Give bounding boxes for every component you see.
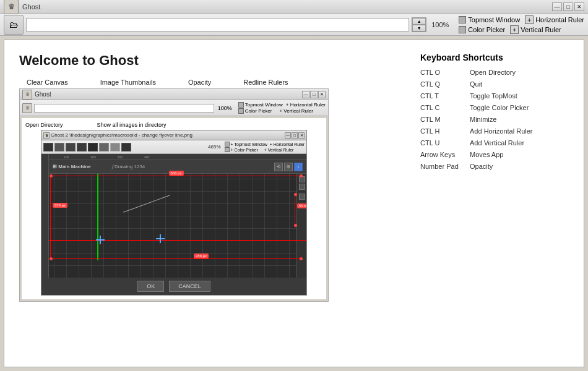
- is-toolbar: 465% + Topmost Window + Horizontal Ruler…: [41, 140, 306, 154]
- vertical-ruler-option[interactable]: + Vertical Ruler: [510, 25, 561, 34]
- meas-dot-bl: [50, 257, 53, 260]
- grid-area: 100 200 300 400 ⊞ Main Machine 𝑓 Drawing…: [41, 154, 306, 278]
- shortcut-desc-ctl-u: Add Vertical Ruler: [470, 139, 524, 147]
- path-input[interactable]: [26, 18, 409, 32]
- color-picker-label: Color Picker: [468, 26, 505, 33]
- is-min: —: [285, 132, 291, 139]
- crosshair-left: [96, 236, 105, 244]
- shortcut-key-ctl-t: CTL T: [420, 92, 470, 100]
- shortcut-ctl-h: CTL H Add Horizontal Ruler: [420, 127, 569, 135]
- color-picker-option[interactable]: Color Picker: [459, 26, 505, 33]
- action-icon-2: ⊞: [284, 163, 293, 171]
- toolbar-options: Topmost Window + Horizontal Ruler Color …: [459, 15, 584, 34]
- zoom-up-button[interactable]: ▲: [412, 18, 426, 25]
- shortcut-ctl-t: CTL T Toggle TopMost: [420, 92, 569, 100]
- thumb-6: [99, 143, 109, 151]
- ss-topmost: Topmost Window + Horizontal Ruler: [238, 102, 326, 108]
- meas-dot-rs-t: [294, 193, 297, 196]
- ann-redline-rulers: Redline Rulers: [243, 79, 288, 86]
- vertical-ruler-label: Vertical Ruler: [521, 26, 561, 33]
- screenshot-ghost-window: ♛ Ghost — □ ✕ ♛ 100% Topmost Window + Ho…: [19, 88, 329, 302]
- shortcuts-title: Keyboard Shortcuts: [420, 53, 569, 62]
- shortcut-key-ctl-c: CTL C: [420, 104, 470, 111]
- action-icon-3: ↕: [294, 163, 303, 171]
- main-toolbar: 🗁 ▲ ▼ 100% Topmost Window + Horizontal R…: [0, 14, 588, 36]
- is-rest: □: [292, 132, 298, 139]
- ss-vrule-label: + Vertical Ruler: [279, 108, 313, 114]
- shortcut-desc-ctl-o: Open Directory: [470, 69, 516, 76]
- meas-dot-rs-b: [294, 224, 297, 227]
- shortcut-key-ctl-m: CTL M: [420, 116, 470, 123]
- meas-v-right: 55 cm: [295, 194, 295, 225]
- close-button[interactable]: ✕: [574, 2, 584, 11]
- zoom-label: 100%: [429, 21, 451, 28]
- minimize-button[interactable]: —: [552, 2, 562, 11]
- right-panel: Keyboard Shortcuts CTL O Open Directory …: [420, 53, 569, 354]
- horizontal-ruler-label: Horizontal Ruler: [535, 16, 584, 23]
- vertical-ruler-plus[interactable]: +: [510, 25, 519, 34]
- is-colorpicker: + Color Picker + Vertical Ruler: [225, 147, 305, 152]
- meas-v-bl: [50, 234, 51, 259]
- meas-label-left: 374 px: [53, 203, 67, 208]
- is-topmost: + Topmost Window + Horizontal Ruler: [225, 142, 305, 147]
- meas-dot-tr: [300, 174, 303, 177]
- is-vrule: + Vertical Ruler: [264, 148, 294, 152]
- action-icons: ⟲ ⊞ ↕: [274, 163, 303, 171]
- window-controls: — □ ✕: [552, 2, 584, 11]
- green-v-line: [97, 174, 98, 260]
- is-hrule: + Horizontal Ruler: [270, 142, 305, 147]
- ss-titlebar: ♛ Ghost — □ ✕: [20, 89, 328, 100]
- main-machine-label: ⊞ Main Machine: [53, 164, 91, 169]
- thumb-3: [66, 143, 76, 151]
- shortcut-key-numpad: Number Pad: [420, 163, 470, 170]
- ss-logo: ♛: [22, 90, 32, 100]
- shortcut-key-ctl-q: CTL Q: [420, 80, 470, 88]
- shortcut-ctl-m: CTL M Minimize: [420, 116, 569, 123]
- app-logo: ♛: [4, 0, 19, 14]
- meas-dot-tl: [50, 174, 53, 177]
- action-icon-1: ⟲: [274, 163, 283, 171]
- inner-dialog-screenshot: ♛ Ghost 2 \filedesign\graphics\macrosoli…: [41, 130, 307, 296]
- ss-cp-label: Color Picker: [245, 108, 272, 114]
- shortcut-numpad: Number Pad Opacity: [420, 163, 569, 170]
- ok-button[interactable]: OK: [137, 281, 164, 292]
- main-content: Welcome to Ghost Clear Canvas Image Thum…: [4, 40, 584, 367]
- ss-controls: — □ ✕: [302, 91, 326, 98]
- topmost-checkbox[interactable]: [459, 16, 466, 23]
- window-title: Ghost: [22, 3, 40, 11]
- ss-tool-logo: ♛: [22, 103, 32, 113]
- side-btn-3: [299, 194, 305, 200]
- horizontal-ruler-option[interactable]: + Horizontal Ruler: [525, 15, 584, 24]
- ann-image-thumbnails: Image Thumbnails: [100, 79, 156, 86]
- color-picker-checkbox[interactable]: [459, 26, 466, 33]
- shortcut-desc-ctl-m: Minimize: [470, 116, 496, 123]
- is-controls: — □ ✕: [285, 132, 305, 139]
- is-thumbs: [43, 143, 131, 151]
- cancel-button[interactable]: CANCEL: [169, 281, 210, 292]
- ss-topmost-label: Topmost Window: [245, 102, 283, 108]
- v-ruler: [41, 154, 49, 278]
- drawing-label: 𝑓 Drawing 1234: [112, 164, 145, 170]
- shortcuts-list: CTL O Open Directory CTL Q Quit CTL T To…: [420, 69, 569, 170]
- topmost-window-label: Topmost Window: [468, 16, 520, 23]
- ss-open-dir: Open Directory: [25, 122, 63, 128]
- open-folder-button[interactable]: 🗁: [4, 15, 24, 35]
- shortcut-desc-ctl-h: Add Horizontal Ruler: [470, 127, 533, 135]
- is-topmost-label: + Topmost Window: [231, 142, 267, 147]
- title-bar: ♛ Ghost — □ ✕: [0, 0, 588, 14]
- meas-label-bottom: 286 px: [194, 254, 209, 258]
- ss-close: ✕: [318, 91, 326, 98]
- thumb-5: [88, 143, 98, 151]
- shortcut-desc-arrow: Moves App: [470, 151, 503, 158]
- topmost-window-option[interactable]: Topmost Window: [459, 16, 520, 23]
- ss-toolbar: ♛ 100% Topmost Window + Horizontal Ruler…: [20, 100, 328, 116]
- shortcut-ctl-u: CTL U Add Vertical Ruler: [420, 139, 569, 147]
- shortcut-key-ctl-h: CTL H: [420, 127, 470, 135]
- is-close: ✕: [298, 132, 305, 139]
- restore-button[interactable]: □: [563, 2, 573, 11]
- meas-h-top: 666 px: [51, 176, 301, 176]
- zoom-down-button[interactable]: ▼: [412, 25, 426, 32]
- horizontal-ruler-plus[interactable]: +: [525, 15, 534, 24]
- shortcut-key-ctl-u: CTL U: [420, 139, 470, 147]
- ss-rest: □: [310, 91, 318, 98]
